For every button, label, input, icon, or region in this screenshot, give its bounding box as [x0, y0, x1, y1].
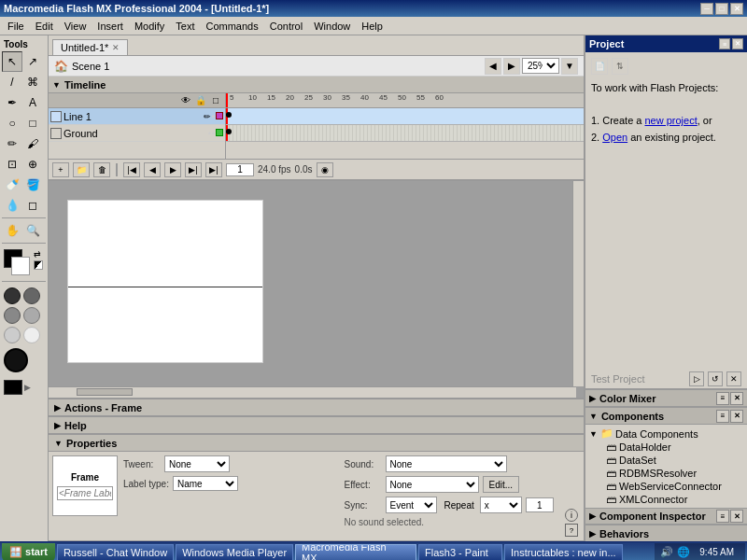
maximize-button[interactable]: □ [715, 3, 728, 15]
pencil-tool[interactable]: ✏ [2, 133, 22, 154]
component-inspector-options-btn[interactable]: ≡ [716, 510, 729, 523]
menu-edit[interactable]: Edit [30, 19, 59, 34]
minimize-button[interactable]: ─ [700, 3, 713, 15]
first-frame-btn[interactable]: |◀ [123, 162, 140, 177]
arrow-tool[interactable]: ↖ [2, 51, 22, 72]
add-layer-btn[interactable]: + [52, 162, 69, 177]
ink-bottle-tool[interactable]: 🍼 [2, 175, 22, 195]
tree-child-webservice[interactable]: 🗃 WebServiceConnector [602, 480, 745, 493]
outline-icon[interactable]: □ [208, 95, 223, 105]
brush-tool[interactable]: 🖌 [22, 133, 43, 154]
snap-option-3[interactable] [4, 307, 21, 324]
component-inspector-row[interactable]: ▶ Component Inspector ≡ ✕ [585, 508, 747, 525]
lock-icon[interactable]: 🔒 [193, 95, 208, 105]
doc-tab-close[interactable]: ✕ [112, 43, 120, 52]
taskbar-item-paint[interactable]: Flash3 - Paint [418, 544, 502, 561]
stage[interactable] [67, 200, 263, 363]
start-button[interactable]: 🪟 start [2, 543, 55, 561]
test-project-btn-3[interactable]: ✕ [726, 371, 741, 386]
next-frame-btn[interactable]: ▶| [185, 162, 202, 177]
components-options-btn[interactable]: ≡ [716, 410, 729, 423]
frame-label-input[interactable] [57, 486, 113, 500]
eye-icon[interactable]: 👁 [178, 95, 193, 105]
zoom-select[interactable]: 25% 50% 100% 200% [522, 58, 559, 74]
tray-icon-2[interactable]: 🌐 [677, 546, 690, 558]
menu-file[interactable]: File [2, 19, 30, 34]
default-colors-btn[interactable] [34, 260, 43, 270]
snap-option-1[interactable] [4, 287, 21, 304]
components-close-btn[interactable]: ✕ [730, 410, 743, 423]
frame-number-input[interactable]: 1 [226, 163, 254, 176]
text-tool[interactable]: A [22, 92, 43, 113]
canvas-area[interactable] [49, 181, 584, 398]
subselect-tool[interactable]: ↗ [22, 51, 43, 72]
project-panel-options-btn[interactable]: ≡ [719, 38, 730, 49]
frames-layer-ground[interactable] [226, 125, 584, 142]
snap-option-large[interactable] [4, 348, 28, 372]
components-header[interactable]: ▼ Components ≡ ✕ [585, 408, 747, 425]
canvas-scroll-h[interactable] [49, 386, 576, 398]
taskbar-item-chat[interactable]: Russell - Chat Window [57, 544, 174, 561]
frames-layer-1[interactable] [226, 108, 584, 125]
behaviors-row[interactable]: ▶ Behaviors [585, 525, 747, 541]
sync-select[interactable]: Event Start Stop Stream [386, 497, 437, 513]
snap-option-4[interactable] [23, 307, 40, 324]
menu-control[interactable]: Control [264, 19, 308, 34]
timeline-header[interactable]: ▼ Timeline [49, 77, 584, 93]
menu-commands[interactable]: Commands [200, 19, 263, 34]
project-panel-close-btn[interactable]: ✕ [732, 38, 743, 49]
menu-insert[interactable]: Insert [92, 19, 129, 34]
test-project-btn-1[interactable]: ▷ [689, 371, 704, 386]
snap-option-2[interactable] [23, 287, 40, 304]
paint-bucket-tool[interactable]: 🪣 [22, 175, 43, 195]
tree-item-data-components[interactable]: ▼ 📁 Data Components [587, 427, 745, 441]
repeat-count-input[interactable] [526, 497, 554, 512]
swatch-expand[interactable]: ▶ [24, 383, 31, 392]
swap-colors-btn[interactable]: ⇄ [34, 249, 43, 259]
black-swatch[interactable] [4, 380, 22, 395]
color-mixer-close-btn[interactable]: ✕ [730, 392, 743, 405]
hand-tool[interactable]: ✋ [2, 220, 22, 241]
oval-tool[interactable]: ○ [2, 113, 22, 133]
repeat-select[interactable]: x Loop [480, 497, 522, 513]
label-type-select[interactable]: Name Comment Anchor [173, 476, 238, 491]
tree-child-xmlconnector[interactable]: 🗃 XMLConnector [602, 493, 745, 506]
eraser-tool[interactable]: ◻ [22, 195, 43, 216]
fill-transform-tool[interactable]: ⊕ [22, 154, 43, 175]
new-project-link[interactable]: new project [644, 115, 697, 126]
edit-btn[interactable]: Edit... [483, 476, 520, 493]
component-inspector-close-btn[interactable]: ✕ [730, 510, 743, 523]
actions-header[interactable]: ▶ Actions - Frame [49, 399, 584, 416]
prev-frame-btn[interactable]: ◀ [144, 162, 161, 177]
doc-tab-untitled[interactable]: Untitled-1* ✕ [52, 39, 128, 55]
test-project-btn-2[interactable]: ↺ [708, 371, 723, 386]
menu-text[interactable]: Text [170, 19, 200, 34]
close-button[interactable]: ✕ [730, 3, 743, 15]
open-project-link[interactable]: Open [602, 132, 627, 143]
properties-help-btn[interactable]: ? [565, 524, 578, 537]
taskbar-item-flash[interactable]: Macromedia Flash MX... [295, 544, 416, 561]
add-folder-btn[interactable]: 📁 [73, 162, 90, 177]
delete-layer-btn[interactable]: 🗑 [93, 162, 110, 177]
properties-header[interactable]: ▼ Properties [49, 435, 584, 452]
lasso-tool[interactable]: ⌘ [22, 72, 43, 92]
scene-btn-1[interactable]: ◀ [485, 58, 501, 75]
last-frame-btn[interactable]: ▶| [205, 162, 222, 177]
zoom-tool[interactable]: 🔍 [22, 220, 43, 241]
fill-color-box[interactable] [11, 257, 30, 275]
layer-row-ground[interactable]: Ground • • [49, 125, 225, 142]
effect-select[interactable]: None [386, 476, 479, 493]
free-transform-tool[interactable]: ⊡ [2, 154, 22, 175]
sound-select[interactable]: None [386, 455, 507, 472]
menu-help[interactable]: Help [356, 19, 388, 34]
tree-child-dataset[interactable]: 🗃 DataSet [602, 454, 745, 467]
canvas-scroll-v[interactable] [572, 181, 584, 386]
taskbar-item-media[interactable]: Windows Media Player [176, 544, 293, 561]
eyedropper-tool[interactable]: 💧 [2, 195, 22, 216]
layer-row-line1[interactable]: Line 1 ✏ • [49, 108, 225, 125]
pen-tool[interactable]: ✒ [2, 92, 22, 113]
line-tool[interactable]: / [2, 72, 22, 92]
menu-window[interactable]: Window [308, 19, 356, 34]
menu-modify[interactable]: Modify [129, 19, 170, 34]
help-header[interactable]: ▶ Help [49, 417, 584, 434]
